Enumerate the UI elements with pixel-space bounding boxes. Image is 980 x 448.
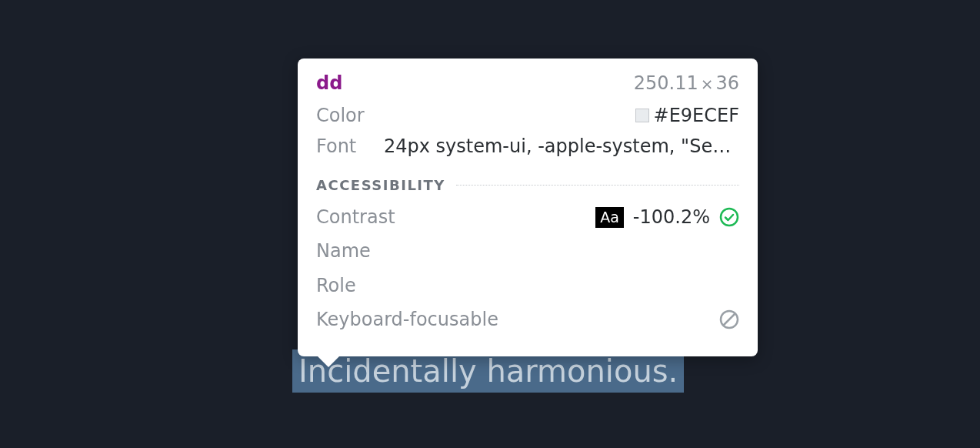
keyboard-focusable-value <box>719 309 739 329</box>
dimension-height: 36 <box>715 72 739 94</box>
check-circle-icon <box>719 207 739 227</box>
contrast-label: Contrast <box>316 202 395 232</box>
font-label: Font <box>316 132 384 160</box>
name-row: Name <box>316 236 739 266</box>
contrast-row: Contrast Aa -100.2% <box>316 202 739 232</box>
tooltip-header: dd 250.11×36 <box>316 72 739 94</box>
dimension-width: 250.11 <box>634 72 698 94</box>
color-value-wrap: #E9ECEF <box>635 102 739 129</box>
font-value: 24px system-ui, -apple-system, "Segoe… <box>384 132 739 160</box>
color-info-row: Color #E9ECEF <box>316 102 739 129</box>
role-row: Role <box>316 271 739 300</box>
color-value: #E9ECEF <box>654 102 739 129</box>
accessibility-section-header: ACCESSIBILITY <box>316 177 739 193</box>
section-divider <box>456 185 739 186</box>
contrast-percentage: -100.2% <box>633 202 710 232</box>
contrast-badge: Aa <box>595 207 624 228</box>
element-inspector-tooltip: dd 250.11×36 Color #E9ECEF Font 24px sys… <box>298 59 758 356</box>
svg-point-0 <box>721 209 738 226</box>
name-label: Name <box>316 236 371 266</box>
color-swatch-icon <box>635 109 649 122</box>
element-dimensions: 250.11×36 <box>634 72 739 94</box>
color-label: Color <box>316 102 384 129</box>
block-icon <box>719 309 739 329</box>
accessibility-title: ACCESSIBILITY <box>316 177 445 193</box>
keyboard-focusable-label: Keyboard-focusable <box>316 305 498 334</box>
dimension-separator: × <box>701 75 714 93</box>
svg-line-2 <box>724 314 735 326</box>
role-label: Role <box>316 271 356 300</box>
font-info-row: Font 24px system-ui, -apple-system, "Seg… <box>316 132 739 160</box>
element-tag-name: dd <box>316 72 342 94</box>
keyboard-focusable-row: Keyboard-focusable <box>316 305 739 334</box>
contrast-value-group: Aa -100.2% <box>595 202 739 232</box>
